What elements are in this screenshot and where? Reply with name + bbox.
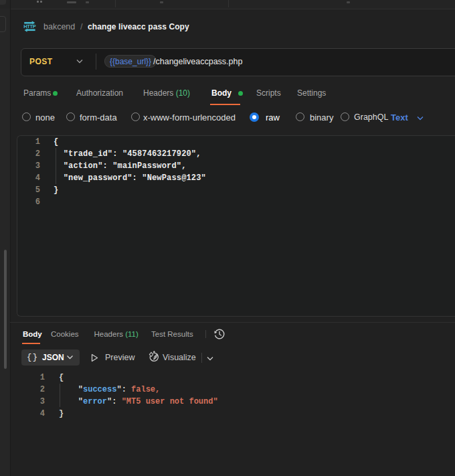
- svg-text:HTTP: HTTP: [23, 23, 36, 29]
